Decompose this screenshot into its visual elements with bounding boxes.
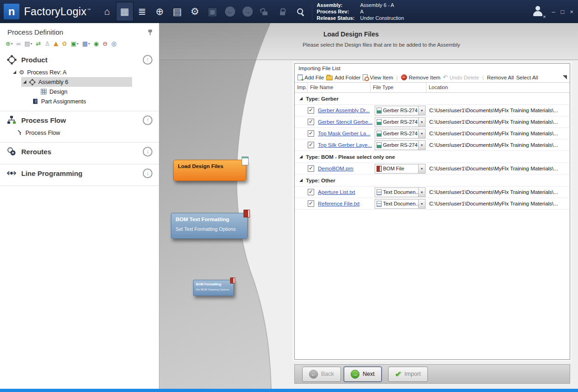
process-flow-section-header[interactable]: Process Flow ↑ [0, 111, 159, 128]
lamp-button[interactable]: ♙ [44, 41, 50, 47]
group-expander-icon[interactable] [299, 97, 303, 100]
expand-down-icon[interactable]: ↓ [143, 169, 152, 178]
documents-button[interactable]: ▤ [169, 2, 186, 21]
file-type-combobox[interactable]: Gerber RS-274▾ [375, 140, 426, 150]
file-name-link[interactable]: Top Mask Gerber La... [318, 131, 371, 136]
panel-corner-icon[interactable] [563, 75, 567, 79]
import-checkbox[interactable] [308, 200, 314, 207]
link-icon: ∞ [16, 41, 20, 47]
layers-button[interactable]: ▦▾ [82, 41, 90, 47]
tree-item-part-assignments[interactable]: Part Assignments [0, 96, 159, 106]
flow-node-bom-formatting[interactable]: BOM Formatting Set BOM Cleaning Options [193, 280, 234, 296]
tree-item-process-flow[interactable]: Process Flow [0, 128, 159, 138]
import-checkbox[interactable] [308, 189, 314, 195]
dropdown-arrow-icon[interactable]: ▾ [418, 106, 425, 115]
file-type-combobox[interactable]: Text Documen...▾ [375, 199, 426, 209]
import-checkbox[interactable] [308, 107, 314, 114]
back-nav-button[interactable]: ← [221, 2, 239, 21]
collapse-up-icon[interactable]: ↑ [143, 55, 152, 65]
pin-icon[interactable] [148, 29, 152, 36]
file-type-combobox[interactable]: Gerber RS-274▾ [375, 117, 426, 127]
minimize-button[interactable]: – [552, 8, 555, 15]
globe-button[interactable]: ◉ [94, 41, 99, 47]
settings-button[interactable]: ⚙ [186, 2, 204, 21]
info-button[interactable]: ◎ [111, 41, 116, 47]
group-expander-icon[interactable] [299, 179, 303, 182]
file-name-link[interactable]: DemoBOM.prn [318, 166, 353, 171]
expander-icon[interactable] [13, 71, 16, 74]
link-button[interactable]: ∞ [16, 41, 20, 47]
file-name-link[interactable]: Top Silk Gerber Laye... [318, 142, 372, 148]
remove-item-button[interactable]: −Remove Item [401, 74, 440, 80]
flow-node-bom-text-formatting[interactable]: BOM Text Formatting Set Text Formatting … [171, 213, 248, 239]
view-item-button[interactable]: View Item [363, 74, 393, 80]
expand-down-icon[interactable]: ↓ [143, 147, 152, 157]
file-type-combobox[interactable]: Text Documen...▾ [375, 187, 426, 197]
dropdown-arrow-icon[interactable]: ▾ [418, 129, 425, 138]
import-button[interactable]: ✔ Import [388, 367, 428, 382]
tree-item-design[interactable]: Design [0, 87, 159, 96]
dropdown-arrow-icon[interactable]: ▾ [418, 164, 425, 173]
expander-icon[interactable] [23, 80, 26, 84]
import-checkbox[interactable] [308, 119, 314, 125]
dropdown-arrow-icon[interactable]: ▾ [418, 188, 425, 197]
import-checkbox[interactable] [308, 130, 314, 137]
close-button[interactable]: × [570, 8, 573, 15]
lock-button[interactable] [274, 2, 292, 21]
file-name-link[interactable]: Aperture List.txt [318, 189, 355, 195]
caret-down-icon: ▾ [88, 41, 90, 47]
user-logout-icon[interactable]: × [531, 6, 544, 18]
home-button[interactable]: ⌂ [98, 2, 116, 21]
file-type-combobox[interactable]: BOM File▾ [375, 164, 426, 174]
table-row: Gerber Stencil Gerbe... Gerber RS-274▾ C… [295, 116, 570, 128]
tree-item-process-rev[interactable]: ⚙ Process Rev: A [0, 67, 159, 77]
flower-button[interactable]: ✿ [62, 41, 67, 47]
line-programming-section-header[interactable]: Line Programming ↓ [0, 164, 159, 181]
add-file-button[interactable]: +Add File [298, 74, 324, 80]
refresh-button[interactable]: ⇄ [36, 41, 41, 47]
reroutes-section-header[interactable]: Reroutes ↓ [0, 143, 159, 159]
export-button[interactable]: ▣▾ [71, 41, 79, 47]
undo-delete-button[interactable]: ↶Undo Delete [443, 74, 479, 81]
file-type-combobox[interactable]: Gerber RS-274▾ [375, 106, 426, 115]
back-button[interactable]: ← Back [302, 367, 341, 382]
maximize-button[interactable]: □ [561, 8, 565, 15]
print-button[interactable]: ▤▾ [24, 41, 32, 47]
dropdown-arrow-icon[interactable]: ▾ [418, 118, 425, 127]
forward-nav-button[interactable]: → [239, 2, 256, 21]
file-name-link[interactable]: Gerber Assembly Dr... [318, 108, 370, 113]
tree-item-assembly[interactable]: Assembly 6 [21, 77, 132, 87]
remove-all-button[interactable]: Remove All [487, 75, 514, 80]
import-checkbox[interactable] [308, 142, 314, 148]
file-name-link[interactable]: Gerber Stencil Gerbe... [318, 119, 372, 125]
column-header-location[interactable]: Location [426, 83, 570, 92]
file-name-link[interactable]: Reference File.txt [318, 201, 359, 206]
flow-node-load-design-files[interactable]: Load Design Files [173, 160, 246, 181]
file-type-combobox[interactable]: Gerber RS-274▾ [375, 129, 426, 139]
next-button[interactable]: → Next [344, 367, 382, 382]
flask-button[interactable] [54, 42, 58, 46]
group-row-gerber[interactable]: Type: Gerber [295, 93, 570, 105]
select-all-button[interactable]: Select All [516, 75, 538, 80]
group-row-bom[interactable]: Type: BOM - Please select only one [295, 151, 570, 163]
add-button[interactable]: ⊕▾ [6, 41, 12, 47]
save-button[interactable]: ▣ [204, 2, 221, 21]
add-folder-button[interactable]: Add Folder [326, 74, 360, 80]
dropdown-arrow-icon[interactable]: ▾ [418, 199, 425, 208]
navigation-button[interactable]: ⊕ [151, 2, 169, 21]
import-checkbox[interactable] [308, 165, 314, 172]
column-header-file-name[interactable]: File Name [308, 83, 371, 92]
stop-button[interactable]: ⊖ [103, 41, 108, 47]
dropdown-arrow-icon[interactable]: ▾ [418, 141, 425, 150]
process-search-button[interactable] [292, 2, 309, 21]
info-icon: ◎ [111, 41, 116, 47]
group-expander-icon[interactable] [299, 155, 303, 158]
process-definition-button[interactable]: ▦ [116, 2, 134, 21]
column-header-file-type[interactable]: File Type [371, 83, 426, 92]
column-header-imported[interactable]: Imp... [295, 83, 308, 92]
product-section-header[interactable]: Product ↑ [0, 51, 159, 67]
unlock-button[interactable] [256, 2, 274, 21]
group-row-other[interactable]: Type: Other [295, 175, 570, 187]
collapse-up-icon[interactable]: ↑ [143, 115, 152, 125]
data-manager-button[interactable]: ≣ [134, 2, 151, 21]
